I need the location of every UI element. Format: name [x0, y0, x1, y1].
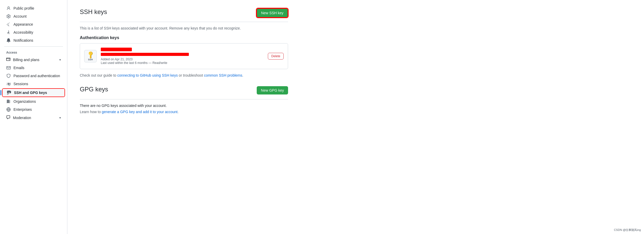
globe-icon [6, 107, 11, 112]
sidebar-item-organizations[interactable]: Organizations [2, 98, 65, 105]
sidebar-item-moderation[interactable]: Moderation ▾ [2, 114, 65, 122]
guide-text: Check out our guide to connecting to Git… [80, 73, 288, 77]
sidebar-divider-1 [4, 46, 63, 47]
gpg-title: GPG keys [80, 86, 108, 93]
sidebar-item-moderation-label: Moderation [13, 116, 31, 120]
sidebar-item-accessibility[interactable]: Accessibility [2, 28, 65, 36]
key-added-date: Added on Apr 21, 2023 [101, 57, 264, 61]
table-icon [6, 99, 11, 104]
person-icon [6, 6, 11, 11]
sidebar-item-emails[interactable]: Emails [2, 64, 65, 72]
accessibility-icon [6, 30, 11, 35]
sidebar-item-label: Organizations [13, 99, 36, 104]
sidebar-item-label: Enterprises [13, 107, 32, 112]
key-fingerprint-redacted [101, 53, 189, 56]
gpg-learn-link[interactable]: generate a GPG key and add it to your ac… [102, 110, 178, 114]
chevron-down-icon: ▾ [59, 116, 61, 120]
key-last-used: Last used within the last 6 months — Rea… [101, 61, 264, 65]
sidebar-item-ssh-gpg[interactable]: SSH and GPG keys [3, 89, 65, 97]
sidebar-item-account[interactable]: Account [2, 12, 65, 20]
ssh-section-header: SSH keys New SSH key [80, 8, 288, 18]
key-icon [7, 90, 11, 95]
shield-icon [6, 74, 11, 78]
paintbrush-icon [6, 22, 11, 27]
broadcast-icon [6, 82, 11, 86]
chevron-down-icon: ▾ [59, 58, 61, 62]
gpg-learn-text: Learn how to generate a GPG key and add … [80, 110, 288, 114]
sidebar-item-appearance[interactable]: Appearance [2, 20, 65, 28]
ssh-troubleshoot-link[interactable]: common SSH problems [204, 73, 242, 77]
sidebar-item-label: Account [13, 14, 27, 18]
main-content: SSH keys New SSH key This is a list of S… [67, 0, 300, 234]
sidebar-item-label: Sessions [13, 82, 28, 86]
creditcard-icon [6, 57, 10, 62]
watermark: CSDN @往事随风ing [614, 228, 641, 232]
ssh-description: This is a list of SSH keys associated wi… [80, 26, 288, 30]
sidebar-item-enterprises[interactable]: Enterprises [2, 106, 65, 113]
sidebar-item-label: Accessibility [13, 30, 33, 34]
gpg-section-header: GPG keys New GPG key [80, 86, 288, 95]
bell-icon [6, 38, 11, 43]
delete-key-button[interactable]: Delete [268, 53, 284, 60]
sidebar-item-label: Emails [13, 66, 24, 70]
new-gpg-key-button[interactable]: New GPG key [257, 86, 288, 94]
auth-keys-title: Authentication keys [80, 35, 288, 40]
gpg-divider [80, 99, 288, 99]
sidebar: Public profile Account Appearance Access… [0, 0, 67, 234]
sidebar-item-label: Public profile [13, 6, 34, 10]
sidebar-item-billing[interactable]: Billing and plans ▾ [2, 56, 65, 64]
ssh-key-card: 🔑 SSH Added on Apr 21, 2023 Last used wi… [80, 43, 288, 69]
key-symbol-icon: 🔑 [86, 50, 95, 59]
gpg-empty-text: There are no GPG keys associated with yo… [80, 104, 288, 108]
new-ssh-key-button[interactable]: New SSH key [256, 8, 288, 18]
ssh-divider [80, 22, 288, 22]
sidebar-item-label: Password and authentication [13, 74, 60, 78]
sidebar-item-label: Notifications [13, 38, 33, 42]
sidebar-item-label: SSH and GPG keys [14, 91, 47, 95]
page-title: SSH keys [80, 8, 107, 16]
comment-icon [6, 115, 10, 120]
mail-icon [6, 65, 11, 70]
gear-icon [6, 14, 11, 19]
key-info: Added on Apr 21, 2023 Last used within t… [101, 48, 264, 65]
ssh-guide-link[interactable]: connecting to GitHub using SSH keys [117, 73, 178, 77]
sidebar-item-label: Appearance [13, 22, 33, 26]
access-section-label: Access [0, 49, 67, 55]
sidebar-item-password[interactable]: Password and authentication [2, 72, 65, 80]
key-icon-box: 🔑 SSH [84, 50, 97, 62]
sidebar-item-sessions[interactable]: Sessions [2, 80, 65, 88]
sidebar-item-notifications[interactable]: Notifications [2, 36, 65, 44]
sidebar-item-billing-label: Billing and plans [13, 58, 39, 62]
sidebar-item-public-profile[interactable]: Public profile [2, 4, 65, 12]
key-name-redacted [101, 48, 132, 51]
